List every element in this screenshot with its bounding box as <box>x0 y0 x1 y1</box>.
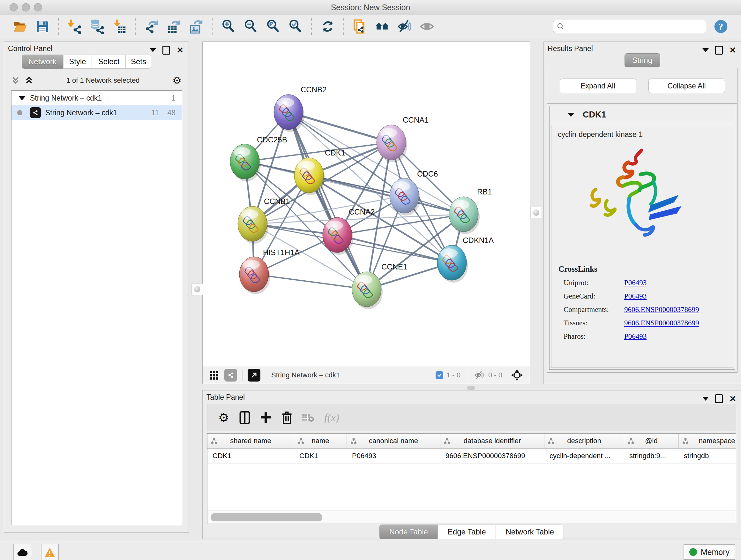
selected-checkbox-icon[interactable] <box>435 371 443 379</box>
bottom-splitter-handle[interactable] <box>467 386 475 390</box>
network-collection-row[interactable]: String Network – cdk1 1 <box>11 91 182 105</box>
network-view[interactable]: CCNB2CCNA1CDC25BCDK1CDC6RB1CCNB1CCNA2CDK… <box>202 42 530 384</box>
network-node-CCNB1[interactable]: CCNB1 <box>238 197 290 244</box>
gene-header[interactable]: CDK1 <box>549 106 735 123</box>
search-bar[interactable] <box>553 20 706 33</box>
tab-network-table[interactable]: Network Table <box>496 524 564 539</box>
table-options-gear-icon[interactable]: ⚙ <box>216 410 231 425</box>
right-splitter-handle[interactable] <box>530 207 542 219</box>
scrollbar-thumb[interactable] <box>211 513 322 521</box>
node-label-CCNB2: CCNB2 <box>300 85 327 94</box>
results-panel-float-icon[interactable] <box>715 46 723 55</box>
control-panel-close-icon[interactable]: ✕ <box>177 47 184 54</box>
open-session-icon[interactable] <box>12 18 28 35</box>
gene-collapse-icon[interactable] <box>567 113 575 117</box>
table-cell[interactable]: CDK1 <box>294 449 347 463</box>
column-header-shared-name[interactable]: shared name <box>207 434 294 448</box>
export-table-icon[interactable] <box>165 18 182 35</box>
network-edge-CDK1-RB1[interactable] <box>309 175 464 214</box>
export-image-icon[interactable] <box>188 18 205 35</box>
help-icon[interactable]: ? <box>713 18 729 35</box>
collection-expand-icon[interactable] <box>18 96 25 100</box>
network-edge-HIST1H1A-CCNE1[interactable] <box>254 274 367 289</box>
table-panel-float-icon[interactable] <box>715 394 723 403</box>
control-panel-float-icon[interactable] <box>162 46 170 55</box>
table-cell[interactable]: 9606.ENSP00000378699 <box>441 449 544 463</box>
clone-network-icon[interactable] <box>352 18 368 35</box>
save-session-icon[interactable] <box>34 18 51 35</box>
column-header-namespace[interactable]: namespace <box>679 434 736 448</box>
column-header-canonical-name[interactable]: canonical name <box>347 434 441 448</box>
crosslink-link[interactable]: P06493 <box>624 279 647 287</box>
results-panel-menu-icon[interactable] <box>702 48 709 52</box>
table-cell[interactable]: P06493 <box>347 449 441 463</box>
refresh-icon[interactable] <box>320 18 336 35</box>
column-header-name[interactable]: name <box>294 434 347 448</box>
network-edge-CCNB2-CCNE1[interactable] <box>288 112 367 289</box>
results-panel-close-icon[interactable]: ✕ <box>729 47 736 54</box>
zoom-in-icon[interactable] <box>220 18 237 35</box>
tab-sets[interactable]: Sets <box>126 55 151 69</box>
open-in-browser-icon[interactable] <box>248 369 260 381</box>
collapse-all-button[interactable]: Collapse All <box>649 78 725 93</box>
homes-icon[interactable] <box>374 18 391 35</box>
network-name: String Network – cdk1 <box>45 109 117 117</box>
network-graph[interactable]: CCNB2CCNA1CDC25BCDK1CDC6RB1CCNB1CCNA2CDK… <box>203 42 530 366</box>
hide-unhide-icon[interactable] <box>396 18 413 35</box>
crosslink-link[interactable]: P06493 <box>624 332 647 341</box>
zoom-fit-icon[interactable] <box>265 18 281 35</box>
left-splitter-handle[interactable] <box>192 284 203 295</box>
warnings-button[interactable] <box>41 544 59 560</box>
import-table-icon[interactable] <box>111 18 128 35</box>
column-header-description[interactable]: description <box>544 434 624 448</box>
expand-all-button[interactable]: Expand All <box>560 78 636 93</box>
network-row[interactable]: String Network – cdk1 11 48 <box>11 105 182 120</box>
network-node-CCNA2[interactable]: CCNA2 <box>323 207 375 255</box>
network-node-CCNE1[interactable]: CCNE1 <box>352 262 407 309</box>
network-node-RB1[interactable]: RB1 <box>449 187 492 234</box>
zoom-selected-icon[interactable] <box>287 18 304 35</box>
node-table[interactable]: shared namenamecanonical namedatabase id… <box>207 433 736 524</box>
crosslink-link[interactable]: 9606.ENSP00000378699 <box>624 306 699 314</box>
network-node-CCNB2[interactable]: CCNB2 <box>274 85 327 132</box>
column-header--id[interactable]: @id <box>624 434 679 448</box>
search-input[interactable] <box>565 22 703 31</box>
crosslink-link[interactable]: P06493 <box>624 292 647 300</box>
network-node-CDC6[interactable]: CDC6 <box>390 170 438 215</box>
network-node-CDC25B[interactable]: CDC25B <box>230 135 287 181</box>
import-network-icon[interactable] <box>66 18 83 35</box>
table-cell[interactable]: CDK1 <box>207 449 294 463</box>
control-panel-menu-icon[interactable] <box>150 48 156 52</box>
grid-view-icon[interactable] <box>209 370 219 380</box>
memory-button[interactable]: Memory <box>684 544 735 560</box>
table-panel-close-icon[interactable]: ✕ <box>729 395 736 402</box>
show-columns-icon[interactable] <box>238 410 252 425</box>
network-node-HIST1H1A[interactable]: HIST1H1A <box>239 248 300 294</box>
tab-edge-table[interactable]: Edge Table <box>438 524 496 539</box>
table-cell[interactable]: stringdb <box>679 449 736 463</box>
collapse-all-icon[interactable] <box>11 76 20 85</box>
tab-node-table[interactable]: Node Table <box>380 524 438 539</box>
tab-style[interactable]: Style <box>63 55 92 69</box>
table-cell[interactable]: stringdb:9... <box>624 449 679 463</box>
delete-column-icon[interactable] <box>280 410 294 425</box>
zoom-out-icon[interactable] <box>243 18 259 35</box>
network-node-CCNA1[interactable]: CCNA1 <box>377 116 428 162</box>
table-horizontal-scrollbar[interactable] <box>207 510 736 523</box>
table-panel-menu-icon[interactable] <box>702 397 709 401</box>
fit-selected-crosshair-icon[interactable] <box>511 369 523 381</box>
add-column-icon[interactable] <box>259 410 273 425</box>
table-row[interactable]: CDK1CDK1P064939606.ENSP00000378699cyclin… <box>207 449 736 463</box>
expand-all-icon[interactable] <box>24 76 33 85</box>
export-network-icon[interactable] <box>143 18 160 35</box>
cloud-status-button[interactable] <box>13 544 31 560</box>
tab-select[interactable]: Select <box>92 55 126 69</box>
tab-network[interactable]: Network <box>22 55 63 69</box>
tab-string[interactable]: String <box>624 53 660 67</box>
column-header-database-identifier[interactable]: database identifier <box>441 434 544 448</box>
network-node-CDKN1A[interactable]: CDKN1A <box>437 236 494 283</box>
import-network-from-database-icon[interactable] <box>89 18 105 35</box>
network-options-gear-icon[interactable]: ⚙ <box>172 74 182 86</box>
crosslink-link[interactable]: 9606.ENSP00000378699 <box>624 319 699 327</box>
table-cell[interactable]: cyclin-dependent ... <box>544 449 624 463</box>
